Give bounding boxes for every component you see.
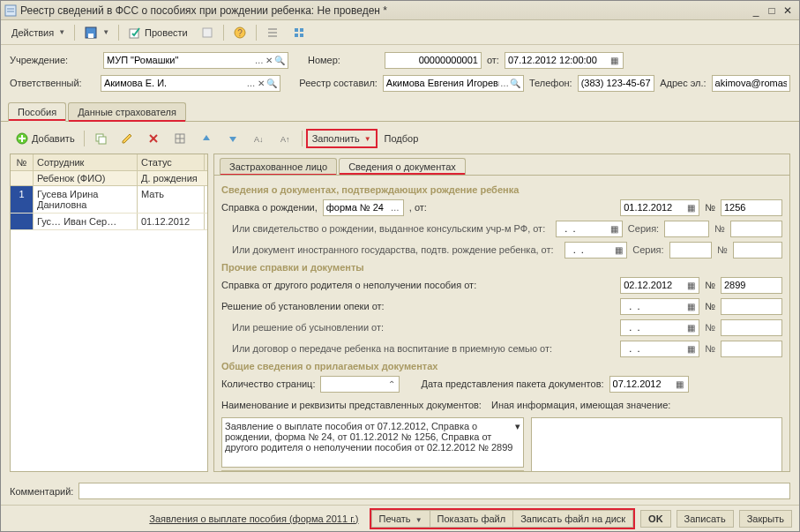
th-child[interactable]: Ребенок (ФИО) — [34, 171, 138, 185]
tab-insured-person[interactable]: Застрахованное лицо — [220, 158, 337, 176]
lookup-icon[interactable]: 🔍 — [274, 54, 285, 67]
movedown-button[interactable] — [221, 129, 245, 148]
guardian-date-field[interactable]: ▦ — [620, 298, 699, 315]
calendar-icon[interactable]: ▦ — [675, 378, 685, 391]
guardian-num-field[interactable] — [721, 298, 782, 315]
write-button[interactable]: Записать — [677, 510, 734, 528]
ok-button[interactable]: OK — [640, 510, 671, 528]
calendar-icon[interactable]: ▦ — [685, 300, 696, 313]
sortasc-button[interactable]: A↓ — [247, 129, 272, 148]
maximize-button[interactable]: □ — [764, 4, 780, 18]
birth-num-field[interactable] — [721, 199, 782, 216]
save-icon-button[interactable]: ▼ — [79, 23, 115, 42]
foreign-series-field[interactable] — [669, 242, 712, 259]
lookup-icon[interactable]: 🔍 — [510, 77, 520, 90]
moveup-button[interactable] — [194, 129, 219, 148]
cons-date-field[interactable]: ▦ — [556, 221, 623, 237]
fill-from-docs-button[interactable]: Заполнить по введенным сведениям о докум… — [221, 470, 524, 471]
other-num-field[interactable] — [721, 277, 782, 294]
copy-icon — [93, 131, 108, 146]
pages-field[interactable]: ⌃ — [320, 376, 400, 393]
comment-field[interactable] — [79, 483, 790, 499]
resp-field[interactable]: … ✕ 🔍 — [101, 75, 280, 92]
email-input[interactable] — [715, 76, 787, 91]
save-file-button[interactable]: Записать файл на диск — [512, 510, 633, 528]
layout-button[interactable] — [168, 129, 192, 148]
foreign-date-field[interactable]: ▦ — [564, 242, 628, 259]
foster-num-field[interactable] — [721, 341, 782, 357]
th-employee[interactable]: Сотрудник — [34, 154, 138, 170]
ellipsis-icon[interactable]: … — [254, 54, 265, 67]
select-button[interactable]: Подбор — [379, 129, 424, 148]
packdate-field[interactable]: ▦ — [609, 376, 689, 393]
th-status[interactable]: Статус — [138, 154, 205, 170]
ellipsis-icon[interactable]: … — [390, 201, 400, 214]
org-input[interactable] — [107, 53, 254, 68]
number-field[interactable] — [385, 52, 482, 69]
expand-icon[interactable]: ▾ — [515, 421, 520, 432]
phone-input[interactable] — [581, 76, 651, 91]
actions-menu[interactable]: Действия▼ — [6, 23, 71, 42]
th-dob[interactable]: Д. рождения — [138, 171, 205, 185]
table-row[interactable]: Гус… Иван Сер… 01.12.2012 — [11, 214, 207, 230]
list-view2-button[interactable] — [287, 23, 311, 42]
comment-input[interactable] — [82, 483, 787, 498]
lookup-icon[interactable]: 🔍 — [266, 77, 277, 90]
calendar-icon[interactable]: ▦ — [609, 54, 620, 67]
minimize-button[interactable]: _ — [748, 4, 764, 18]
calendar-icon[interactable]: ▦ — [685, 279, 696, 292]
foreign-num-field[interactable] — [733, 242, 782, 259]
fill-button[interactable]: Заполнить▼ — [306, 129, 378, 148]
stepper-icon[interactable]: ⌃ — [386, 378, 397, 391]
clear-icon[interactable]: ✕ — [264, 54, 274, 67]
compiled-input[interactable] — [386, 76, 499, 91]
other-info-textarea[interactable] — [531, 417, 782, 471]
close-doc-button[interactable]: Закрыть — [739, 510, 792, 528]
show-file-button[interactable]: Показать файл — [430, 510, 513, 528]
ellipsis-icon[interactable]: … — [246, 77, 257, 90]
docs-names-textarea[interactable]: Заявление о выплате пособия от 07.12.201… — [221, 417, 524, 468]
tab-insurer[interactable]: Данные страхователя — [68, 102, 186, 122]
copy-button[interactable] — [88, 129, 113, 148]
ellipsis-icon[interactable]: … — [499, 77, 510, 90]
date-field[interactable]: ▦ — [505, 52, 624, 69]
calendar-icon[interactable]: ▦ — [685, 342, 696, 356]
close-button[interactable]: ✕ — [780, 4, 796, 18]
th-number[interactable]: № — [11, 154, 34, 170]
tb-extra-icon[interactable] — [195, 23, 220, 42]
org-field[interactable]: … ✕ 🔍 — [103, 52, 288, 69]
post-button[interactable]: Провести — [123, 23, 193, 42]
list-view1-button[interactable] — [260, 23, 285, 42]
clear-icon[interactable]: ✕ — [256, 77, 266, 90]
delete-button[interactable] — [141, 129, 166, 148]
cell-child: Гус… Иван Сер… — [34, 214, 138, 229]
birth-date-field[interactable]: ▦ — [620, 199, 699, 216]
cons-series-field[interactable] — [664, 221, 709, 237]
calendar-icon[interactable]: ▦ — [685, 321, 696, 334]
print-button[interactable]: Печать ▼ — [371, 510, 430, 528]
application-form-link[interactable]: Заявления о выплате пособия (форма 2011 … — [149, 513, 358, 524]
date-input[interactable] — [508, 53, 609, 68]
help-button[interactable]: ? — [228, 23, 252, 42]
table-row[interactable]: 1 Гусева Ирина Даниловна Мать — [11, 186, 207, 214]
calendar-icon[interactable]: ▦ — [685, 201, 696, 214]
compiled-field[interactable]: … 🔍 — [383, 75, 524, 92]
number-input[interactable] — [388, 53, 478, 68]
foster-date-field[interactable]: ▦ — [620, 341, 699, 357]
email-field[interactable] — [712, 75, 790, 92]
calendar-icon[interactable]: ▦ — [609, 222, 619, 236]
sub-toolbar: Добавить A↓ — [10, 127, 790, 150]
resp-input[interactable] — [104, 76, 246, 91]
other-date-field[interactable]: ▦ — [620, 277, 699, 294]
birth-form-field[interactable]: … — [323, 199, 404, 216]
adopt-date-field[interactable]: ▦ — [620, 319, 699, 336]
tab-document-info[interactable]: Сведения о документах — [339, 158, 466, 176]
sortdesc-button[interactable]: A↑ — [273, 129, 298, 148]
edit-button[interactable] — [115, 129, 139, 148]
adopt-num-field[interactable] — [721, 319, 782, 336]
cons-num-field[interactable] — [730, 221, 782, 237]
add-button[interactable]: Добавить — [10, 129, 80, 148]
tab-benefits[interactable]: Пособия — [8, 102, 66, 122]
phone-field[interactable] — [578, 75, 654, 92]
calendar-icon[interactable]: ▦ — [614, 244, 624, 257]
